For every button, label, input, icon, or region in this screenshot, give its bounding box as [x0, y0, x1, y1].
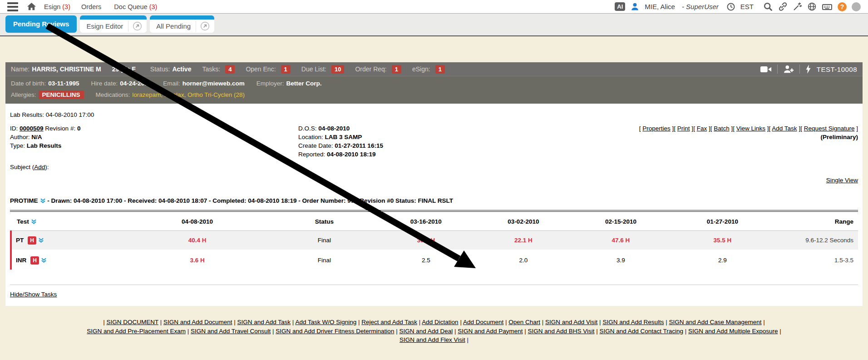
test-cell: PTH	[11, 231, 121, 250]
tab-pending-reviews[interactable]: Pending Reviews	[5, 15, 77, 33]
tab-esign-editor[interactable]: Esign Editor	[80, 15, 147, 33]
action-link-sign-and-add-pre-placement-exam[interactable]: SIGN and Add Pre-Placement Exam	[87, 328, 186, 335]
counter-badge[interactable]: 1	[281, 65, 291, 74]
link-icon[interactable]	[778, 2, 788, 11]
action-link-sign-and-add-task[interactable]: SIGN and Add Task	[237, 319, 291, 325]
tab-divider	[196, 21, 196, 32]
allergy-badge[interactable]: PENICILLINS	[39, 90, 84, 99]
home-icon[interactable]	[26, 1, 37, 12]
action-link-sign-and-add-case-management[interactable]: SIGN and Add Case Management	[669, 319, 761, 325]
allergies-label: Allergies:	[11, 91, 36, 98]
keyboard-icon[interactable]	[822, 1, 833, 12]
counter-badge[interactable]: 10	[331, 65, 344, 74]
medications-list[interactable]: lorazepam, Miralax, Ortho Tri-Cyclen (28…	[132, 91, 245, 98]
action-link-sign-and-add-multiple-exposure[interactable]: SIGN and Add Multiple Exposure	[688, 328, 778, 335]
document-id-link[interactable]: 0000509	[20, 125, 44, 132]
toolbar-link-request-signature[interactable]: Request Signature	[804, 125, 855, 132]
subject-label: Subject (	[10, 164, 34, 170]
patient-name[interactable]: HARRIS, CHRISTINE M	[32, 65, 101, 73]
column-label: 04-08-2010	[182, 218, 213, 225]
patient-counters: Tasks:4Open Enc:1Due List:10Order Req:1e…	[202, 65, 455, 74]
patient-header-icons: TEST-10008	[760, 65, 857, 74]
lightning-bolt-icon[interactable]	[805, 65, 811, 74]
counter-badge[interactable]: 4	[225, 65, 235, 74]
result-value: 40.4 H	[121, 231, 274, 250]
action-link-sign-and-add-driver-fitness-determination[interactable]: SIGN and Add Driver Fitness Determinatio…	[276, 328, 394, 335]
action-link-sign-and-add-flex-visit[interactable]: SIGN and Add Flex Visit	[399, 336, 465, 343]
preliminary-status: (Preliminary)	[639, 133, 858, 141]
action-link-sign-and-add-travel-consult[interactable]: SIGN and Add Travel Consult	[191, 328, 271, 335]
dob-label: Date of birth:	[11, 80, 46, 87]
counter-badge[interactable]: 1	[435, 65, 445, 74]
person-add-icon[interactable]	[783, 65, 794, 74]
single-view-link[interactable]: Single View	[826, 177, 858, 184]
user-name[interactable]: MIE, Alice	[645, 3, 675, 10]
action-link-sign-and-add-document[interactable]: SIGN and Add Document	[163, 319, 232, 325]
counter-label: Tasks:	[202, 65, 220, 73]
toolbar-link-properties[interactable]: Properties	[642, 125, 671, 132]
nav-item-esign[interactable]: Esign(3)	[44, 3, 70, 10]
nav-item-orders[interactable]: Orders	[81, 3, 103, 10]
external-link-icon[interactable]	[200, 21, 210, 31]
hamburger-menu-icon[interactable]	[7, 2, 18, 11]
action-link-add-document[interactable]: Add Document	[463, 319, 503, 325]
action-link-add-task-w-o-signing[interactable]: Add Task W/O Signing	[295, 319, 356, 325]
test-name: PT	[16, 237, 24, 244]
dos-label: D.O.S:	[298, 125, 317, 132]
action-link-sign-and-add-payment[interactable]: SIGN and Add Payment	[458, 328, 523, 335]
nav-label: Orders	[81, 3, 101, 10]
reported-label: Reported:	[298, 151, 325, 158]
result-row-inr: INRH3.6 HFinal2.52.03.92.91.5-3.5	[11, 250, 858, 270]
toolbar-link-print[interactable]: Print	[677, 125, 690, 132]
counter-label: Order Req:	[355, 65, 386, 73]
column-label: Status	[315, 218, 334, 225]
video-camera-icon[interactable]	[760, 65, 772, 73]
action-link-sign-and-add-bhs-visit[interactable]: SIGN and Add BHS Visit	[528, 328, 595, 335]
action-link-sign-and-add-contact-tracing[interactable]: SIGN and Add Contact Tracing	[599, 328, 683, 335]
collapse-chevron-icon[interactable]	[40, 198, 46, 203]
toolbar-link-batch[interactable]: Batch	[714, 125, 730, 132]
nav-label: Esign	[44, 3, 60, 10]
ai-badge[interactable]: AI	[615, 2, 625, 11]
action-link-sign-and-add-visit[interactable]: SIGN and Add Visit	[545, 319, 597, 325]
patient-name-group: Name: HARRIS, CHRISTINE M	[11, 65, 101, 73]
action-link-sign-and-add-deal[interactable]: SIGN and Add Deal	[399, 328, 453, 335]
bracket: [	[800, 125, 804, 132]
magic-wand-icon[interactable]	[793, 2, 802, 11]
range-value: 9.6-12.2 Seconds	[773, 231, 858, 250]
column-label: Range	[835, 218, 853, 225]
topbar-right-cluster: AI MIE, Alice - SuperUser EST ?	[615, 1, 861, 12]
column-label: 03-02-2010	[508, 218, 539, 225]
action-link-sign-document[interactable]: SIGN DOCUMENT	[106, 319, 158, 325]
action-link-add-dictation[interactable]: Add Dictation	[422, 319, 458, 325]
result-value: 2.0	[477, 250, 570, 270]
nav-item-doc-queue[interactable]: Doc Queue(3)	[114, 3, 157, 10]
employer-label: Employer:	[256, 80, 284, 87]
subject-add-link[interactable]: Add	[34, 164, 45, 170]
email-value[interactable]: horner@mieweb.com	[182, 80, 245, 87]
counter-badge[interactable]: 1	[392, 65, 401, 74]
expand-chevron-icon[interactable]	[38, 238, 44, 243]
action-link-reject-and-add-task[interactable]: Reject and Add Task	[361, 319, 417, 325]
sort-chevron-icon[interactable]	[31, 219, 37, 224]
action-link-open-chart[interactable]: Open Chart	[508, 319, 540, 325]
action-link-sign-and-add-results[interactable]: SIGN and Add Results	[602, 319, 664, 325]
globe-icon[interactable]	[807, 2, 817, 11]
reported-value: 04-08-2010 18:19	[327, 151, 375, 158]
clock-icon[interactable]	[726, 2, 735, 11]
toolbar-link-fax[interactable]: Fax	[697, 125, 707, 132]
signing-actions: | SIGN DOCUMENT | SIGN and Add Document …	[0, 318, 868, 345]
external-link-icon[interactable]	[133, 21, 142, 31]
help-icon[interactable]: ?	[838, 2, 847, 11]
chart-id[interactable]: TEST-10008	[817, 65, 857, 73]
avatar[interactable]	[852, 2, 861, 11]
expand-chevron-icon[interactable]	[41, 258, 47, 263]
tab-all-pending[interactable]: All Pending	[150, 15, 214, 33]
subject-row: Subject (Add):	[10, 164, 858, 170]
hide-show-tasks-link[interactable]: Hide/Show Tasks	[10, 291, 57, 298]
toolbar-link-view-links[interactable]: View Links	[736, 125, 765, 132]
search-icon[interactable]	[763, 2, 773, 12]
document-meta-middle: D.O.S: 04-08-2010 Location: LAB 3 SAMP C…	[298, 124, 639, 159]
toolbar-link-add-task[interactable]: Add Task	[772, 125, 797, 132]
result-value: 35.5 H	[671, 231, 773, 250]
